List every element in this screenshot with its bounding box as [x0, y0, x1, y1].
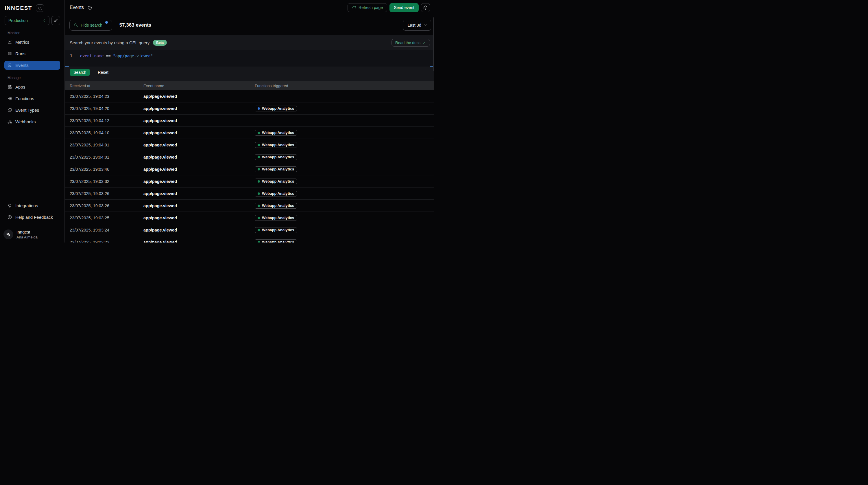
received-at-cell: 23/07/2025, 19:04:23: [70, 94, 144, 99]
cel-search-panel: Search your events by using a CEL query …: [65, 35, 434, 81]
read-the-docs-button[interactable]: Read the docs: [392, 39, 430, 47]
search-button[interactable]: Search: [70, 69, 90, 76]
function-badge[interactable]: Webapp Analytics: [255, 239, 297, 243]
column-header-event-name: Event name: [144, 84, 255, 88]
event-name-cell: app/page.viewed: [144, 167, 255, 172]
table-row[interactable]: 23/07/2025, 19:04:20app/page.viewedWebap…: [65, 103, 434, 115]
user-name: Ana Almeida: [17, 235, 38, 239]
scrollbar-thumb[interactable]: [433, 17, 434, 71]
sidebar-item-apps[interactable]: Apps: [4, 83, 60, 91]
sidebar-search-button[interactable]: [36, 4, 44, 12]
received-at-cell: 23/07/2025, 19:03:24: [70, 228, 144, 232]
query-operator: ==: [103, 54, 113, 58]
function-badge[interactable]: Webapp Analytics: [255, 106, 297, 111]
cel-query-code: event.name == "app/page.viewed": [80, 54, 153, 66]
function-badge[interactable]: Webapp Analytics: [255, 154, 297, 160]
table-row[interactable]: 23/07/2025, 19:03:32app/page.viewedWebap…: [65, 175, 434, 188]
query-property: name: [94, 54, 104, 58]
read-the-docs-label: Read the docs: [395, 40, 421, 45]
hide-search-button[interactable]: Hide search: [69, 20, 112, 31]
function-badge[interactable]: Webapp Analytics: [255, 191, 297, 197]
reset-button[interactable]: Reset: [98, 70, 108, 75]
page-title: Events: [70, 5, 84, 10]
table-row[interactable]: 23/07/2025, 19:03:24app/page.viewedWebap…: [65, 224, 434, 236]
webhook-icon: [7, 119, 12, 124]
time-range-selector[interactable]: Last 3d: [403, 20, 431, 31]
account-menu[interactable]: Inngest Ana Almeida: [0, 226, 64, 242]
event-name-cell: app/page.viewed: [144, 203, 255, 208]
sidebar-item-functions[interactable]: Functions: [4, 94, 60, 103]
table-row[interactable]: 23/07/2025, 19:04:01app/page.viewedWebap…: [65, 151, 434, 163]
event-types-icon: [7, 108, 12, 113]
page-help-icon[interactable]: [87, 5, 92, 10]
sidebar-item-label: Apps: [15, 85, 25, 89]
function-badge-label: Webapp Analytics: [262, 240, 294, 242]
received-at-cell: 23/07/2025, 19:03:32: [70, 179, 144, 184]
status-dot-green: [258, 241, 260, 243]
functions-triggered-cell: Webapp Analytics: [255, 227, 434, 233]
table-row[interactable]: 23/07/2025, 19:04:10app/page.viewedWebap…: [65, 127, 434, 139]
sidebar: INNGEST Production Monitor: [0, 0, 65, 242]
account-info: Inngest Ana Almeida: [17, 230, 38, 239]
environment-row: Production: [0, 12, 64, 25]
event-name-cell: app/page.viewed: [144, 118, 255, 123]
chart-icon: [7, 40, 12, 45]
sidebar-item-label: Webhooks: [15, 119, 36, 124]
sidebar-item-integrations[interactable]: Integrations: [4, 201, 60, 210]
table-row[interactable]: 23/07/2025, 19:03:26app/page.viewedWebap…: [65, 200, 434, 212]
table-row[interactable]: 23/07/2025, 19:03:26app/page.viewedWebap…: [65, 188, 434, 200]
event-name-cell: app/page.viewed: [144, 143, 255, 147]
environment-selector[interactable]: Production: [5, 16, 50, 25]
table-row[interactable]: 23/07/2025, 19:04:01app/page.viewedWebap…: [65, 139, 434, 151]
status-dot-green: [258, 168, 260, 170]
sidebar-item-help-and-feedback[interactable]: Help and Feedback: [4, 213, 60, 222]
arrow-up-right-icon: [423, 41, 426, 45]
table-row[interactable]: 23/07/2025, 19:03:25app/page.viewedWebap…: [65, 212, 434, 224]
function-badge-label: Webapp Analytics: [262, 228, 294, 232]
chevron-down-icon: [424, 23, 427, 27]
sidebar-item-events[interactable]: Events: [4, 61, 60, 70]
functions-icon: [7, 96, 12, 101]
function-badge-label: Webapp Analytics: [262, 131, 294, 135]
table-row[interactable]: 23/07/2025, 19:03:46app/page.viewedWebap…: [65, 163, 434, 175]
query-dot: .: [92, 54, 94, 58]
sidebar-item-webhooks[interactable]: Webhooks: [4, 117, 60, 126]
sidebar-item-label: Metrics: [15, 40, 29, 45]
function-badge[interactable]: Webapp Analytics: [255, 215, 297, 221]
function-badge[interactable]: Webapp Analytics: [255, 142, 297, 148]
function-badge[interactable]: Webapp Analytics: [255, 203, 297, 209]
function-badge[interactable]: Webapp Analytics: [255, 130, 297, 136]
event-name-cell: app/page.viewed: [144, 106, 255, 111]
functions-triggered-cell: Webapp Analytics: [255, 239, 434, 243]
send-event-button[interactable]: Send event: [390, 3, 419, 12]
function-badge[interactable]: Webapp Analytics: [255, 227, 297, 233]
status-dot-blue: [258, 107, 260, 110]
sidebar-item-event-types[interactable]: Event Types: [4, 106, 60, 115]
event-name-cell: app/page.viewed: [144, 228, 255, 232]
table-row[interactable]: 23/07/2025, 19:04:12app/page.viewed—: [65, 115, 434, 127]
table-row[interactable]: 23/07/2025, 19:03:23app/page.viewedWebap…: [65, 236, 434, 242]
logo-row: INNGEST: [0, 0, 64, 12]
beta-badge: Beta: [153, 40, 167, 46]
sidebar-item-metrics[interactable]: Metrics: [4, 38, 60, 47]
received-at-cell: 23/07/2025, 19:03:23: [70, 240, 144, 243]
received-at-cell: 23/07/2025, 19:04:12: [70, 118, 144, 123]
function-badge[interactable]: Webapp Analytics: [255, 178, 297, 184]
sidebar-item-label: Integrations: [15, 203, 38, 208]
sidebar-item-label: Runs: [15, 51, 26, 56]
sidebar-nav: Monitor Metrics Runs Events Manage: [0, 25, 64, 129]
functions-triggered-cell: Webapp Analytics: [255, 178, 434, 184]
refresh-page-button[interactable]: Refresh page: [347, 3, 387, 12]
function-badge-label: Webapp Analytics: [262, 191, 294, 196]
inngest-logo: INNGEST: [5, 5, 32, 11]
inngest-mark-icon: [5, 231, 11, 237]
cel-query-editor[interactable]: 1 event.name == "app/page.viewed": [65, 50, 434, 66]
settings-button[interactable]: [421, 3, 430, 12]
sidebar-item-runs[interactable]: Runs: [4, 49, 60, 58]
functions-triggered-cell: —: [255, 118, 434, 123]
event-keys-button[interactable]: [52, 16, 60, 25]
status-dot-green: [258, 217, 260, 219]
function-badge[interactable]: Webapp Analytics: [255, 166, 297, 172]
table-row[interactable]: 23/07/2025, 19:04:23app/page.viewed—: [65, 90, 434, 103]
status-dot-green: [258, 229, 260, 231]
